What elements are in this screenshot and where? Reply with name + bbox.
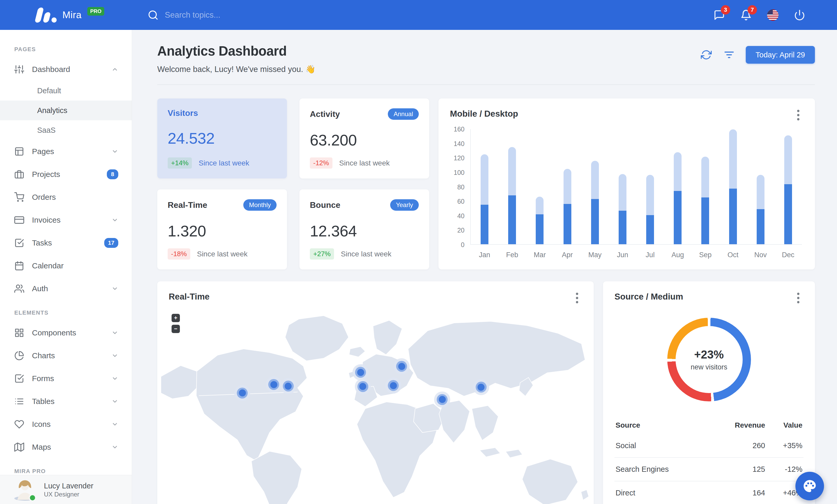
bar-jan[interactable]	[471, 154, 498, 244]
y-tick-label: 80	[457, 183, 464, 191]
map-marker-6[interactable]	[394, 358, 410, 374]
chart-menu-button[interactable]	[793, 109, 803, 121]
map-marker-5[interactable]	[355, 378, 371, 395]
sidebar-item-pages[interactable]: Pages	[0, 140, 132, 163]
pie-chart-icon	[14, 351, 24, 360]
theme-settings-button[interactable]	[796, 472, 824, 500]
cell-revenue: 164	[710, 481, 766, 504]
messages-count-badge: 3	[721, 5, 730, 15]
map-icon	[14, 442, 24, 452]
map-marker-7[interactable]	[385, 377, 401, 394]
bar-jun[interactable]	[609, 174, 636, 244]
bar-segment-mobile	[508, 195, 516, 244]
notifications-button[interactable]: 7	[740, 9, 752, 21]
map-zoom-in-button[interactable]: +	[172, 314, 180, 322]
y-tick-label: 60	[457, 198, 464, 205]
filter-button[interactable]	[723, 49, 735, 61]
date-range-button[interactable]: Today: April 29	[746, 46, 815, 64]
bar-segment-mobile	[591, 199, 599, 244]
bar-feb[interactable]	[498, 147, 526, 244]
bar-plot	[470, 129, 802, 245]
marker-core	[270, 381, 277, 388]
source-medium-menu-button[interactable]	[793, 292, 803, 304]
bar-segment-mobile	[619, 211, 626, 244]
sidebar-item-calendar[interactable]: Calendar	[0, 254, 132, 277]
marker-core	[357, 369, 364, 376]
sidebar-item-maps[interactable]: Maps	[0, 436, 132, 459]
x-tick-label: Aug	[664, 251, 691, 259]
marker-ring	[283, 380, 294, 392]
power-icon	[794, 10, 805, 21]
sidebar-item-tables[interactable]: Tables	[0, 390, 132, 413]
map-marker-8[interactable]	[434, 392, 450, 408]
marker-core	[398, 363, 405, 370]
refresh-button[interactable]	[700, 49, 712, 61]
map-marker-3[interactable]	[280, 378, 296, 394]
sidebar-item-invoices[interactable]: Invoices	[0, 209, 132, 231]
map-marker-4[interactable]	[353, 364, 369, 380]
map-marker-1[interactable]	[234, 385, 250, 401]
bar-may[interactable]	[581, 161, 609, 244]
page-title: Analytics Dashboard	[157, 43, 316, 59]
top-navbar: Mira PRO 3 7	[0, 0, 837, 30]
sidebar-item-forms[interactable]: Forms	[0, 367, 132, 390]
y-tick-label: 140	[453, 140, 464, 147]
sidebar-item-label: Charts	[32, 351, 104, 360]
map-zoom-out-button[interactable]: −	[172, 325, 180, 333]
brand[interactable]: Mira PRO	[0, 7, 132, 23]
stat-note: Since last week	[197, 250, 248, 258]
stat-title: Visitors	[168, 108, 198, 118]
sidebar-item-charts[interactable]: Charts	[0, 344, 132, 367]
stat-period-badge[interactable]: Yearly	[390, 199, 419, 211]
bar-segment-desktop	[508, 147, 516, 195]
map-marker-2[interactable]	[266, 376, 282, 393]
bar-oct[interactable]	[719, 129, 747, 244]
bar-sep[interactable]	[691, 157, 719, 244]
bar-nov[interactable]	[747, 175, 774, 244]
marker-core	[478, 384, 484, 391]
stat-note: Since last week	[341, 250, 391, 258]
x-tick-label: Mar	[526, 251, 553, 259]
column-header-value: Value	[766, 416, 804, 434]
sidebar-item-tasks[interactable]: Tasks17	[0, 231, 132, 254]
x-tick-label: Nov	[747, 251, 774, 259]
language-button[interactable]	[767, 9, 779, 21]
sidebar-item-auth[interactable]: Auth	[0, 277, 132, 300]
stat-period-badge[interactable]: Monthly	[243, 199, 277, 211]
bar-jul[interactable]	[636, 175, 664, 244]
bar-apr[interactable]	[554, 169, 581, 244]
sidebar-subitem-saas[interactable]: SaaS	[0, 120, 132, 140]
sidebar-item-projects[interactable]: Projects8	[0, 163, 132, 186]
search-input[interactable]	[165, 11, 277, 20]
sidebar-subitem-default[interactable]: Default	[0, 81, 132, 100]
x-tick-label: Jun	[609, 251, 636, 259]
sidebar-item-dashboard[interactable]: Dashboard	[0, 58, 132, 81]
chevron-down-icon	[111, 217, 118, 223]
kebab-icon	[797, 109, 800, 121]
user-name: Lucy Lavender	[44, 481, 93, 491]
sidebar-item-components[interactable]: Components	[0, 321, 132, 344]
bar-segment-mobile	[701, 198, 709, 244]
map-menu-button[interactable]	[572, 292, 582, 304]
map-marker-9[interactable]	[473, 379, 489, 395]
sidebar-subitem-analytics[interactable]: Analytics	[0, 100, 132, 120]
bar-aug[interactable]	[664, 152, 691, 244]
bar-segment-mobile	[481, 205, 488, 244]
chevron-down-icon	[111, 375, 118, 382]
stat-period-badge[interactable]: Annual	[388, 108, 419, 120]
sidebar-user[interactable]: Lucy Lavender UX Designer	[0, 475, 132, 504]
chevron-down-icon	[111, 330, 118, 336]
sidebar-item-icons[interactable]: Icons	[0, 413, 132, 436]
sign-out-button[interactable]	[793, 9, 806, 21]
source-medium-table: Source Revenue Value Social 260 +35%Sear…	[615, 416, 803, 504]
sidebar-item-orders[interactable]: Orders	[0, 186, 132, 209]
y-tick-label: 120	[453, 154, 464, 162]
messages-button[interactable]: 3	[713, 9, 726, 21]
chevron-down-icon	[111, 421, 118, 428]
marker-ring	[396, 361, 407, 372]
bar-mar[interactable]	[526, 197, 553, 244]
bar-dec[interactable]	[774, 135, 802, 244]
marker-core	[285, 383, 292, 390]
sidebar-item-badge: 17	[104, 238, 118, 248]
list-icon	[14, 396, 24, 406]
